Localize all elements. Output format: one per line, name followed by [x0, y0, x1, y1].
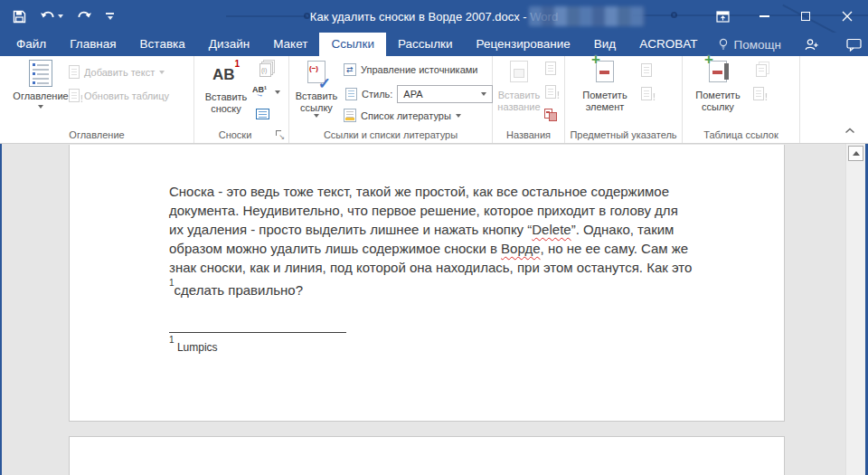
cross-reference-button[interactable] [544, 109, 552, 119]
circuit-node [671, 12, 677, 18]
undo-button[interactable] [40, 10, 63, 23]
tab-acrobat[interactable]: ACROBAT [627, 33, 709, 56]
minimize-icon [760, 15, 769, 17]
document-page-1[interactable]: Сноска - это ведь тоже текст, такой же п… [69, 145, 785, 422]
tell-me-assistant[interactable]: Помощн [709, 33, 790, 56]
bibliography-button[interactable]: Список литературы [344, 109, 461, 122]
cross-reference-icon [544, 109, 552, 119]
table-of-contents-button[interactable]: Оглавление [13, 60, 69, 109]
assistant-label: Помощн [733, 38, 781, 52]
update-table-of-authorities-icon [753, 87, 764, 100]
toc-dropdown-caret-icon [38, 105, 43, 109]
mark-citation-icon: + [709, 61, 727, 82]
tab-mailings[interactable]: Рассылки [386, 33, 465, 56]
tab-file[interactable]: Файл [5, 33, 58, 56]
group-table-of-contents: Оглавление Добавить текст Обновить табли… [0, 56, 194, 143]
tab-review[interactable]: Рецензирование [465, 33, 582, 56]
toc-button-label: Оглавление [13, 90, 68, 102]
next-footnote-button[interactable] [252, 85, 280, 100]
insert-citation-label: Вставить ссылку [291, 90, 342, 114]
mark-citation-label: Пометить ссылку [690, 90, 746, 113]
update-table-button[interactable]: Обновить таблицу [69, 89, 169, 102]
tab-view[interactable]: Вид [582, 33, 627, 56]
style-select-value: APA [403, 89, 422, 100]
insert-table-of-authorities-button[interactable] [753, 62, 767, 77]
tab-design[interactable]: Дизайн [197, 33, 261, 56]
tab-layout[interactable]: Макет [261, 33, 319, 56]
group-label-authorities: Таблица ссылок [683, 129, 799, 140]
maximize-icon [801, 12, 810, 21]
update-index-icon [641, 87, 652, 100]
table-of-figures-icon [545, 62, 556, 75]
tab-references[interactable]: Ссылки [319, 33, 386, 56]
insert-caption-button[interactable]: Вставить название [495, 61, 543, 113]
update-table-of-figures-button[interactable] [545, 85, 556, 99]
quick-access-toolbar [13, 0, 114, 33]
footnote-content: Lumpics [177, 341, 218, 354]
redo-icon [77, 10, 92, 23]
scroll-up-arrow-icon [853, 151, 860, 156]
insert-caption-icon [510, 61, 528, 82]
comments-icon[interactable] [846, 38, 863, 52]
style-label: Стиль: [362, 89, 392, 100]
manage-sources-icon [344, 63, 356, 76]
spellcheck-word: Delete [532, 222, 571, 237]
update-table-of-authorities-button[interactable] [753, 87, 764, 100]
insert-footnote-button[interactable]: AB1 Вставить сноску [199, 62, 253, 115]
close-button[interactable] [826, 0, 868, 33]
customize-qat-button[interactable] [106, 13, 114, 20]
mark-entry-button[interactable]: + Пометить элемент [576, 61, 634, 113]
minimize-button[interactable] [743, 0, 785, 33]
text-line: документа. Неудивительно, что первое реш… [169, 201, 692, 220]
insert-citation-caret-icon [314, 114, 319, 118]
mark-citation-button[interactable]: + Пометить ссылку [690, 61, 746, 113]
collapse-ribbon-button[interactable] [844, 125, 855, 136]
redo-button[interactable] [77, 10, 92, 23]
insert-citation-button[interactable]: Вставить ссылку [291, 61, 342, 118]
group-captions: Вставить название Названия [493, 56, 565, 143]
document-page-2[interactable] [69, 436, 785, 475]
text-line: знак сноски, как и линия, под которой он… [169, 258, 692, 277]
close-icon [842, 11, 853, 22]
footnote-text[interactable]: 1 Lumpics [169, 338, 218, 354]
style-select[interactable]: APA [397, 85, 493, 103]
style-row: Стиль: APA [344, 85, 493, 103]
scroll-up-button[interactable] [848, 146, 863, 161]
tabrow-right-icons [804, 33, 868, 56]
update-table-label: Обновить таблицу [84, 90, 169, 101]
group-label-toc: Оглавление [0, 129, 193, 140]
group-footnotes: AB1 Вставить сноску Сноски [194, 56, 289, 143]
vertical-scrollbar[interactable] [845, 144, 865, 475]
footnote-number: 1 [169, 335, 175, 345]
group-citations-bibliography: Вставить ссылку Управление источниками С… [289, 56, 493, 143]
tab-insert[interactable]: Вставка [128, 33, 197, 56]
add-text-button[interactable]: Добавить текст [69, 65, 165, 79]
tab-home[interactable]: Главная [58, 33, 127, 56]
show-notes-button[interactable] [256, 109, 269, 119]
document-paragraph[interactable]: Сноска - это ведь тоже текст, такой же п… [169, 182, 692, 299]
group-label-footnotes: Сноски [194, 129, 288, 140]
document-area: Сноска - это ведь тоже текст, такой же п… [0, 144, 868, 475]
undo-dropdown-caret-icon[interactable] [58, 14, 63, 18]
spellcheck-word: Ворде [501, 241, 540, 256]
ribbon-display-options-button[interactable] [702, 0, 743, 33]
insert-endnote-button[interactable] [256, 60, 271, 77]
share-person-icon[interactable] [804, 38, 819, 52]
update-index-button[interactable] [641, 87, 652, 100]
ribbon-tab-bar: Файл Главная Вставка Дизайн Макет Ссылки… [0, 33, 868, 56]
text-line: 1сделать правильно? [169, 277, 692, 299]
window-controls [702, 0, 868, 33]
insert-table-of-figures-button[interactable] [545, 62, 556, 75]
table-of-contents-icon [29, 60, 52, 87]
next-footnote-caret-icon [275, 90, 280, 94]
manage-sources-button[interactable]: Управление источниками [344, 63, 477, 76]
insert-endnote-icon [259, 63, 271, 77]
insert-footnote-label: Вставить сноску [199, 91, 253, 115]
style-select-caret-icon [481, 92, 486, 96]
text-line: образом можно удалить лишь содержимое сн… [169, 239, 692, 258]
customize-qat-caret-icon [108, 16, 113, 20]
maximize-button[interactable] [785, 0, 826, 33]
lightbulb-icon [718, 38, 729, 51]
insert-index-button[interactable] [641, 63, 652, 77]
save-button[interactable] [13, 10, 26, 24]
